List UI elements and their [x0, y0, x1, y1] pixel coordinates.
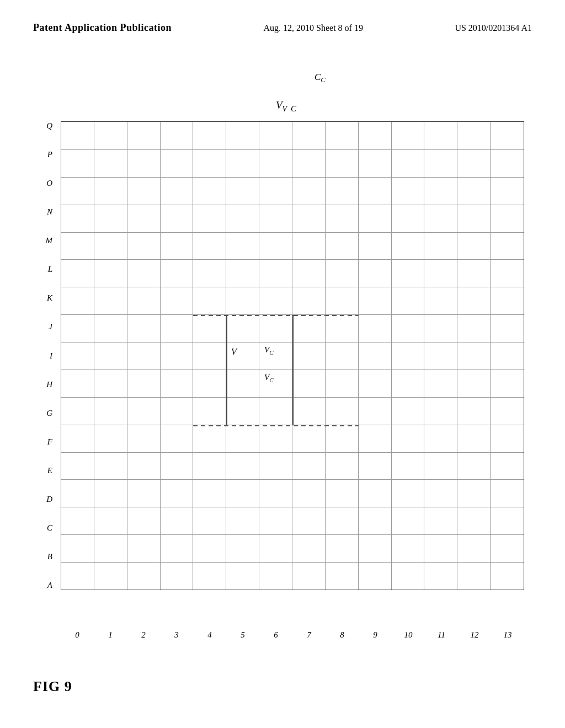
table-row: [259, 259, 292, 287]
table-row: [94, 562, 127, 590]
table-row: [392, 507, 425, 534]
table-row: [226, 425, 259, 452]
table-row: [491, 507, 524, 534]
table-row: [161, 122, 194, 149]
y-label-f: F: [36, 437, 52, 447]
table-row: [326, 342, 359, 370]
table-row: [259, 425, 292, 452]
table-row: [457, 342, 491, 370]
table-row: [94, 205, 127, 232]
table-row: [326, 149, 359, 177]
y-label-p: P: [36, 150, 52, 159]
table-row: [359, 259, 392, 287]
page-header: Patent Application Publication Aug. 12, …: [0, 22, 565, 34]
table-row: [259, 534, 292, 562]
table-row: [94, 287, 127, 314]
table-row: [94, 122, 127, 149]
y-label-b: B: [36, 552, 52, 561]
table-row: [491, 232, 524, 260]
table-row: [491, 177, 524, 205]
table-row: [94, 232, 127, 260]
x-label-12: 12: [458, 630, 491, 640]
table-row: [392, 177, 425, 205]
table-row: [457, 232, 491, 260]
table-row: [292, 507, 326, 534]
table-row: [161, 397, 194, 425]
table-row: [292, 122, 326, 149]
table-row: [193, 370, 226, 397]
table-row: [94, 342, 127, 370]
table-row: [424, 122, 457, 149]
table-row: [193, 232, 226, 260]
table-row: [61, 287, 94, 314]
table-row: [326, 177, 359, 205]
table-row: [326, 122, 359, 149]
table-row: [94, 149, 127, 177]
y-axis-labels: A B C D E F G H I J K L M N O P Q: [36, 121, 52, 590]
table-row: [226, 452, 259, 480]
table-row: [127, 425, 161, 452]
table-row: [359, 232, 392, 260]
table-row: [359, 425, 392, 452]
table-row: [359, 562, 392, 590]
table-row: [292, 425, 326, 452]
table-row: [392, 534, 425, 562]
table-row: [161, 205, 194, 232]
table-row: [161, 287, 194, 314]
table-row: [226, 122, 259, 149]
grid-label-vc-i6: VC: [264, 345, 274, 356]
table-row: [161, 149, 194, 177]
table-row: [326, 507, 359, 534]
table-row: [161, 507, 194, 534]
table-row: [61, 425, 94, 452]
table-row: [94, 479, 127, 507]
table-row: [226, 370, 259, 397]
x-label-0: 0: [61, 630, 94, 640]
table-row: [292, 479, 326, 507]
table-row: [226, 562, 259, 590]
table-row: [161, 259, 194, 287]
table-row: [392, 259, 425, 287]
table-row: [259, 149, 292, 177]
table-row: [226, 149, 259, 177]
table-row: [292, 562, 326, 590]
table-row: [424, 397, 457, 425]
table-row: [193, 122, 226, 149]
table-row: [193, 314, 226, 342]
chart-grid: V VC VC: [61, 121, 524, 590]
table-row: [61, 122, 94, 149]
table-row: [193, 205, 226, 232]
table-row: [94, 425, 127, 452]
cc-label-top: CC: [315, 72, 326, 84]
table-row: [359, 314, 392, 342]
table-row: [392, 314, 425, 342]
table-row: [326, 397, 359, 425]
table-row: [491, 205, 524, 232]
table-row: [259, 232, 292, 260]
table-row: [491, 425, 524, 452]
table-row: [424, 507, 457, 534]
table-row: [259, 122, 292, 149]
table-row: [127, 370, 161, 397]
table-row: [292, 149, 326, 177]
table-row: [226, 479, 259, 507]
table-row: [359, 122, 392, 149]
y-label-g: G: [36, 409, 52, 418]
table-row: [392, 452, 425, 480]
table-row: [292, 232, 326, 260]
table-row: [457, 534, 491, 562]
table-row: [61, 177, 94, 205]
y-label-m: M: [36, 236, 52, 245]
vertical-line-col5: [226, 315, 227, 425]
y-label-c: C: [36, 523, 52, 533]
table-row: [326, 452, 359, 480]
grid-label-vc-h6: VC: [264, 373, 274, 383]
y-label-i: I: [36, 351, 52, 361]
vc-arrow-label: VV C: [276, 99, 296, 114]
dashed-line-f: [193, 425, 358, 426]
table-row: [161, 314, 194, 342]
table-row: [259, 562, 292, 590]
x-label-2: 2: [127, 630, 160, 640]
table-row: [424, 479, 457, 507]
table-row: [259, 507, 292, 534]
